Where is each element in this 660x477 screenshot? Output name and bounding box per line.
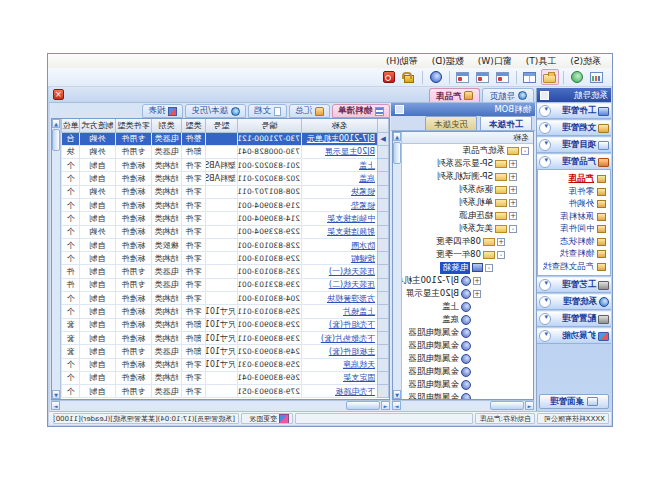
expander-icon[interactable]: + [509,212,517,220]
column-header[interactable]: 类别 [152,119,182,132]
power-exit-icon[interactable] [380,69,398,85]
scroll-thumb[interactable] [346,401,380,410]
expander-icon[interactable]: + [473,277,481,285]
table-icon[interactable] [521,69,539,85]
column-header[interactable]: 型号 [206,119,238,132]
table-row[interactable]: 上盖 201-830202-001 塑料ABS 零件 结构类 标准件 自制 个 [62,159,389,172]
column-header[interactable]: 类型 [182,119,206,132]
tree-node[interactable]: 金属膜电阻器 [402,352,533,365]
table-row[interactable]: 锁紧块 208-801707-011 零件 结构类 标准件 外购 个 [62,185,389,198]
expander-icon[interactable]: + [509,160,517,168]
lock-icon[interactable] [400,69,418,85]
tree-node[interactable]: 金属膜电阻器 [402,365,533,378]
tree-node[interactable]: 金属膜电阻器 [402,339,533,352]
scroll-thumb[interactable] [393,142,401,164]
expander-icon[interactable]: - [485,264,493,272]
globe-green-icon[interactable] [568,69,586,85]
version-tab[interactable]: 历史版本 [425,116,477,130]
expander-icon[interactable]: + [473,290,481,298]
table-row[interactable]: 下壳电路板 279-830903-051 零件 电器类 专用件 自制 个 [62,385,389,398]
calendar-icon[interactable] [494,69,512,85]
scroll-right-icon[interactable]: ► [392,401,401,410]
table-row[interactable]: 下壳散热片(套) 239-830903-011 尺寸1010 部件 结构类 标准… [62,331,389,344]
chevron-down-icon[interactable] [539,122,551,134]
table-row[interactable]: 射频连接支架 229-823904-001 零件 结构类 标准件 外购 个 [62,225,389,238]
scroll-left-icon[interactable]: ◄ [525,401,534,410]
tree-node[interactable]: - 电装箱 [402,261,533,274]
tree-node[interactable]: - 美式系列 [402,222,533,235]
table-row[interactable]: ▶ BJ7-2100主机单元 730-721000-121 整件 电器类 专用件… [62,132,389,145]
document-tab[interactable]: 产品库 [429,88,481,102]
sidebar-group-bar[interactable]: 文档管理 [537,120,611,136]
column-header[interactable]: 单位 [62,119,80,132]
close-icon[interactable]: × [53,89,64,100]
tree-node[interactable]: + 单机系列 [402,196,533,209]
cell-name[interactable]: 方形弹簧模块 [302,292,378,305]
tree-node[interactable]: 底盖 [402,313,533,326]
cell-name[interactable]: 上盖 [302,159,378,172]
scroll-down-icon[interactable]: ▼ [393,390,401,399]
table-row[interactable]: 锁紧垫 219-830904-001 零件 结构类 标准件 自制 个 [62,198,389,211]
tree-node[interactable]: - 系统产品库 [402,144,533,157]
sidebar-header-icon[interactable] [540,91,549,100]
scroll-up-icon[interactable]: ▲ [393,132,401,141]
sidebar-bottom-tab[interactable]: 桌面管理 [539,394,609,409]
sidebar-group-bar[interactable]: 工作管理 [537,103,611,119]
sidebar-group-bar[interactable]: 扩展功能 [537,328,611,344]
tree-node[interactable]: + SP-测试机系列 [402,170,533,183]
sidebar-item[interactable]: 物料状态 [538,236,610,249]
column-header[interactable]: 制造方式 [80,119,116,132]
chevron-down-icon[interactable] [539,156,551,168]
table-row[interactable]: 固定支架 269-830903-041 零件 结构类 标准件 自制 个 [62,371,389,384]
table-row[interactable]: 方形弹簧模块 204-830103-001 零件 结构类 标准件 自制 个 [62,292,389,305]
tree-vertical-scrollbar[interactable]: ▲ ▼ [393,132,402,399]
expander-icon[interactable]: + [509,173,517,181]
cell-name[interactable]: 上盖镜片 [302,305,378,318]
cell-name[interactable]: 压装天线(二) [302,278,378,291]
menu-item[interactable]: 数据(D) [425,55,471,68]
sidebar-item[interactable]: 零件库 [538,186,610,199]
grid-view-button[interactable]: 文档 [248,104,287,118]
tree-node[interactable]: + 08年四季度 [402,235,533,248]
sidebar-item[interactable]: 产品库 [538,173,610,186]
tree-node[interactable]: 金属膜电阻器 [402,391,533,399]
cell-name[interactable]: 固定支架 [302,371,378,384]
table-vertical-scrollbar[interactable]: ▲ ▼ [52,119,61,399]
cell-name[interactable]: 底盖 [302,172,378,185]
table-row[interactable]: 底盖 202-830202-011 塑料ABS 零件 结构类 标准件 自制 个 [62,172,389,185]
tree-horizontal-scrollbar[interactable]: ◄ ► [392,400,534,410]
table-row[interactable]: 中轴连接支架 214-830904-001 零件 结构类 标准件 自制 个 [62,212,389,225]
table-row[interactable]: 主板组件(套) 249-830903-021 尺寸1010 部件 电器类 专用件… [62,345,389,358]
sidebar-group-bar[interactable]: 产品管理 [537,154,611,170]
tree-panel-header-icon[interactable] [395,105,404,114]
menu-item[interactable]: 工具(T) [519,55,564,68]
table-row[interactable]: 上盖镜片 259-830103-011 尺寸1010 零件 结构类 标准件 自制… [62,305,389,318]
cell-name[interactable]: 中轴连接支架 [302,212,378,225]
sidebar-item[interactable]: 物料查找 [538,248,610,261]
chevron-down-icon[interactable] [539,139,551,151]
sidebar-group-bar[interactable]: 配置管理 [537,311,611,327]
scroll-thumb[interactable] [52,129,60,151]
tree-node[interactable]: - 08年一季度 [402,248,533,261]
tree-node[interactable]: + BJ20主显示屏 [402,287,533,300]
chevron-down-icon[interactable] [539,330,551,342]
expander-icon[interactable]: - [497,251,505,259]
chevron-down-icon[interactable] [539,313,551,325]
sidebar-item[interactable]: 产品文档查找 [538,261,610,274]
tree-node[interactable]: + 驱动系列 [402,183,533,196]
scroll-right-icon[interactable]: ► [51,401,60,410]
tree-node[interactable]: + BJ7-2100主机单元 [402,274,533,287]
document-tab[interactable]: 导航页 [483,88,535,102]
chevron-down-icon[interactable] [539,296,551,308]
sidebar-item[interactable]: 中间件库 [538,223,610,236]
sidebar-item[interactable]: 原材料库 [538,211,610,224]
expander-icon[interactable]: + [509,199,517,207]
table-row[interactable]: BJ20主显示屏 730-000828-041 部件 电器类 专用件 外购 块 [62,145,389,158]
cell-name[interactable]: 天线底座 [302,358,378,371]
chevron-down-icon[interactable] [539,279,551,291]
table-row[interactable]: 天线底座 259-830903-031 尺寸1010 零件 结构类 标准件 自制… [62,358,389,371]
scroll-left-icon[interactable]: ◄ [381,401,390,410]
sphere-help-icon[interactable] [427,69,445,85]
cell-name[interactable]: 下壳组件(套) [302,318,378,331]
sidebar-item[interactable]: 外购件 [538,198,610,211]
